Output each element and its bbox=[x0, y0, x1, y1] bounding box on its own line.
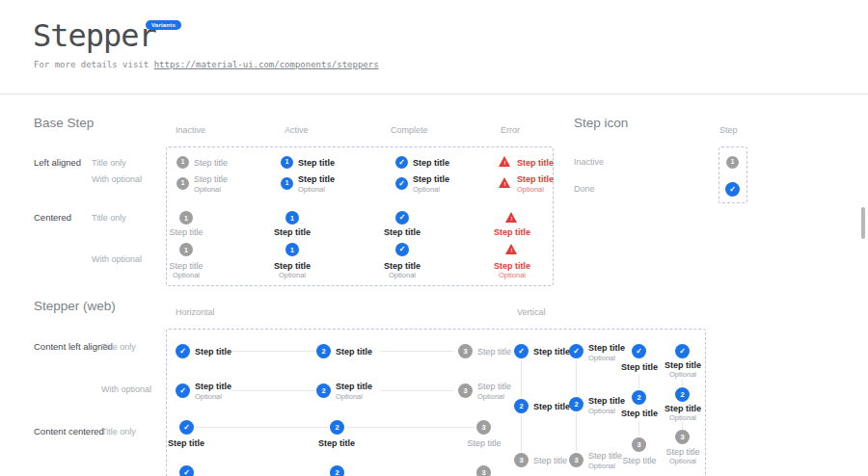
row-variant-title-only: Title only bbox=[92, 213, 126, 223]
step-icon-active: 1 bbox=[281, 177, 293, 190]
step-icon-complete: ✓ bbox=[569, 344, 583, 358]
step-title-label: Step title bbox=[481, 227, 543, 237]
optional-label: Optional bbox=[261, 271, 323, 279]
row-variant-with-optional: With optional bbox=[101, 384, 151, 394]
optional-label: Optional bbox=[298, 185, 325, 194]
step-title-label: Step title bbox=[652, 360, 714, 370]
step-icon-active: 1 bbox=[285, 243, 299, 256]
connector-line bbox=[638, 421, 639, 436]
connector-line bbox=[682, 380, 683, 386]
row-group-content-centered: Content centered bbox=[34, 426, 104, 436]
step-icon-active: 2 bbox=[316, 344, 331, 358]
step-icon-inactive: 3 bbox=[458, 383, 473, 398]
step-icon-inactive: 1 bbox=[726, 156, 739, 169]
step-title-label: Step title bbox=[261, 227, 323, 237]
optional-label: Optional bbox=[588, 354, 615, 362]
stepper-spec-page: Stepper Variants For more details visit … bbox=[0, 0, 868, 476]
step-title-label: Step title bbox=[371, 227, 433, 237]
step-icon-inactive: 3 bbox=[458, 344, 473, 358]
exclamation-mark: ! bbox=[505, 216, 518, 223]
step-number: 2 bbox=[321, 348, 325, 356]
exclamation-mark: ! bbox=[505, 248, 518, 254]
check-icon: ✓ bbox=[398, 159, 405, 167]
step-title-label: Step title bbox=[155, 227, 217, 237]
step-number: 1 bbox=[184, 247, 188, 253]
step-number: 3 bbox=[574, 457, 578, 464]
optional-label: Optional bbox=[155, 271, 217, 279]
step-number: 1 bbox=[290, 215, 294, 222]
column-header-horizontal: Horizontal bbox=[176, 307, 215, 317]
step-number: 2 bbox=[335, 424, 339, 432]
optional-label: Optional bbox=[481, 271, 543, 279]
optional-label: Optional bbox=[336, 392, 363, 401]
step-icon-complete: ✓ bbox=[179, 420, 194, 435]
variants-badge: Variants bbox=[146, 20, 181, 30]
connector-line bbox=[346, 427, 475, 428]
optional-label: Optional bbox=[477, 392, 504, 401]
optional-label: Optional bbox=[195, 392, 222, 401]
step-title-label: Step title bbox=[155, 261, 217, 271]
connector-line bbox=[380, 351, 453, 352]
step-icon-complete: ✓ bbox=[176, 344, 190, 358]
step-title-label: Step title bbox=[588, 343, 625, 353]
error-icon: ! bbox=[505, 212, 518, 224]
optional-label: Optional bbox=[371, 271, 433, 279]
check-icon: ✓ bbox=[399, 246, 406, 253]
error-icon: ! bbox=[505, 244, 518, 255]
column-header-error: Error bbox=[501, 125, 520, 135]
step-title-label: Step title bbox=[195, 382, 231, 391]
step-icon-active: 2 bbox=[514, 399, 529, 413]
check-icon: ✓ bbox=[179, 387, 186, 395]
step-icon-active: 2 bbox=[675, 387, 690, 402]
row-variant-title-only: Title only bbox=[92, 158, 126, 168]
step-title-label: Step title bbox=[477, 382, 511, 391]
step-icon-complete: ✓ bbox=[395, 211, 409, 225]
step-title-label: Step title bbox=[517, 158, 554, 168]
step-number: 1 bbox=[181, 180, 185, 187]
row-variant-title-only: Title only bbox=[101, 342, 136, 352]
step-title-label: Step title bbox=[194, 158, 228, 168]
column-header-active: Active bbox=[285, 125, 309, 135]
row-variant-with-optional: With optional bbox=[92, 174, 142, 184]
section-heading-base-step: Base Step bbox=[34, 116, 94, 130]
step-number: 2 bbox=[519, 403, 523, 410]
row-group-centered: Centered bbox=[34, 212, 71, 223]
material-ui-link[interactable]: https://material-ui.com/components/stepp… bbox=[154, 60, 379, 69]
row-variant-with-optional: With optional bbox=[92, 254, 142, 264]
connector-line bbox=[682, 422, 683, 429]
page-title: Stepper bbox=[33, 17, 156, 54]
column-header-step: Step bbox=[719, 125, 738, 135]
connector-line bbox=[521, 360, 522, 397]
scrollbar-thumb[interactable] bbox=[861, 207, 865, 239]
step-icon-complete: ✓ bbox=[632, 344, 646, 358]
step-number: 3 bbox=[463, 387, 467, 395]
optional-label: Optional bbox=[194, 185, 221, 194]
step-number: 3 bbox=[481, 424, 485, 432]
step-title-label: Step title bbox=[371, 261, 433, 271]
subtitle: For more details visit https://material-… bbox=[34, 60, 379, 69]
step-title-label: Step title bbox=[517, 174, 554, 184]
optional-label: Optional bbox=[652, 457, 714, 465]
step-icon-inactive: 3 bbox=[675, 430, 690, 444]
connector-line bbox=[576, 360, 577, 395]
step-icon-active: 1 bbox=[285, 211, 299, 225]
error-icon: ! bbox=[499, 156, 511, 168]
step-number: 1 bbox=[285, 180, 289, 187]
step-icon-complete: ✓ bbox=[395, 243, 409, 256]
step-number: 3 bbox=[519, 457, 523, 464]
step-title-label: Step title bbox=[298, 158, 335, 168]
step-icon-active: 1 bbox=[281, 156, 293, 169]
step-icon-inactive: 3 bbox=[632, 437, 646, 452]
check-icon: ✓ bbox=[729, 186, 736, 194]
step-title-label: Step title bbox=[481, 261, 543, 271]
check-icon: ✓ bbox=[179, 348, 186, 356]
step-icon-active: 2 bbox=[632, 390, 646, 405]
step-title-label: Step title bbox=[413, 174, 449, 184]
step-icon-complete: ✓ bbox=[176, 383, 190, 398]
step-number: 2 bbox=[321, 387, 325, 395]
check-icon: ✓ bbox=[573, 348, 580, 356]
step-icon-inactive: 3 bbox=[514, 453, 529, 467]
step-number: 1 bbox=[181, 159, 185, 166]
row-group-left-aligned: Left aligned bbox=[34, 157, 81, 168]
check-icon: ✓ bbox=[183, 469, 190, 476]
